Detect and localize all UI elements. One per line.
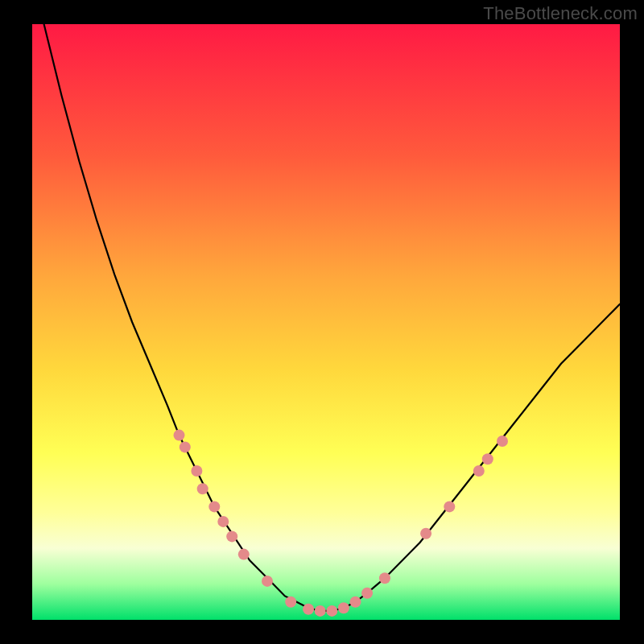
marker-point bbox=[285, 597, 296, 608]
marker-point bbox=[315, 605, 326, 617]
chart-svg bbox=[32, 24, 620, 620]
marker-point bbox=[226, 530, 237, 542]
marker-point bbox=[262, 576, 273, 587]
watermark-text: TheBottleneck.com bbox=[483, 3, 638, 24]
marker-point bbox=[174, 430, 185, 441]
marker-point bbox=[338, 602, 349, 613]
marker-point bbox=[303, 604, 314, 615]
plot-area bbox=[32, 24, 620, 620]
marker-group bbox=[174, 430, 509, 617]
marker-point bbox=[326, 605, 337, 617]
marker-point bbox=[208, 501, 220, 512]
marker-point bbox=[180, 441, 191, 452]
marker-point bbox=[473, 465, 485, 477]
marker-point bbox=[420, 528, 431, 539]
bottleneck-curve bbox=[44, 24, 620, 611]
marker-point bbox=[379, 572, 390, 584]
marker-point bbox=[238, 549, 250, 560]
marker-point bbox=[197, 483, 208, 494]
marker-point bbox=[497, 436, 508, 447]
marker-point bbox=[444, 501, 455, 512]
marker-point bbox=[217, 516, 229, 527]
marker-point bbox=[482, 453, 493, 464]
marker-point bbox=[191, 465, 202, 477]
chart-frame: TheBottleneck.com bbox=[0, 0, 644, 644]
marker-point bbox=[361, 588, 373, 599]
marker-point bbox=[350, 597, 361, 608]
